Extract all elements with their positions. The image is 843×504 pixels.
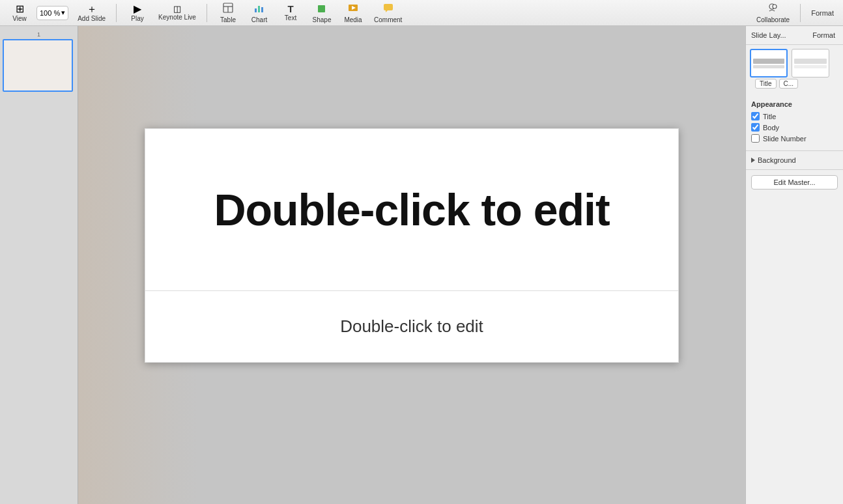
layout-title-badge: Title: [755, 79, 777, 89]
title-checkbox-label: Title: [763, 113, 776, 120]
zoom-value: 100 %: [40, 9, 60, 17]
shape-button[interactable]: Shape: [307, 2, 336, 24]
title-checkbox[interactable]: [751, 112, 760, 120]
layout-thumb-title[interactable]: [750, 49, 788, 77]
svg-rect-3: [255, 8, 257, 12]
appearance-section: Appearance Title Body Slide Number: [746, 95, 843, 151]
svg-rect-5: [261, 7, 263, 12]
slide-body-area[interactable]: Double-click to edit: [145, 291, 679, 363]
slide-number-checkbox-row: Slide Number: [751, 134, 838, 143]
shape-icon: [316, 2, 328, 16]
zoom-control[interactable]: 100 % ▾: [36, 6, 68, 20]
background-triangle-icon: [751, 158, 755, 163]
separator-2: [207, 4, 207, 22]
play-label: Play: [131, 15, 143, 22]
keynote-live-button[interactable]: ◫ Keynote Live: [154, 2, 200, 24]
edit-master-button[interactable]: Edit Master...: [751, 175, 838, 189]
text-button[interactable]: T Text: [276, 2, 305, 24]
shape-label: Shape: [313, 16, 332, 23]
zoom-chevron-icon: ▾: [61, 8, 65, 17]
slide-number-checkbox[interactable]: [751, 134, 760, 143]
appearance-title: Appearance: [751, 100, 838, 108]
play-button[interactable]: ▶ Play: [123, 2, 152, 24]
collaborate-icon: [767, 2, 779, 16]
media-icon: [347, 2, 359, 16]
body-checkbox-label: Body: [763, 124, 779, 132]
add-slide-icon: ＋: [87, 4, 97, 14]
media-label: Media: [344, 16, 362, 23]
media-button[interactable]: Media: [339, 2, 367, 24]
background-row[interactable]: Background: [751, 156, 838, 164]
separator-3: [800, 4, 801, 22]
view-icon: ⊞: [16, 4, 24, 14]
canvas-area: Double-click to edit Double-click to edi…: [78, 26, 745, 504]
view-label: View: [12, 15, 27, 22]
table-label: Table: [220, 16, 236, 23]
separator-1: [116, 4, 117, 22]
svg-rect-9: [384, 4, 393, 10]
table-icon: [222, 2, 234, 16]
slide-number-checkbox-label: Slide Number: [763, 135, 807, 143]
comment-button[interactable]: Comment: [370, 2, 406, 24]
chart-icon: [253, 2, 265, 16]
text-icon: T: [287, 4, 293, 14]
slide-title-area[interactable]: Double-click to edit: [145, 128, 679, 291]
add-slide-button[interactable]: ＋ Add Slide: [74, 2, 109, 24]
body-checkbox-row: Body: [751, 123, 838, 132]
right-panel: Slide Lay... Format: [745, 26, 843, 504]
view-button[interactable]: ⊞ View: [5, 2, 34, 24]
layout-name-row: Title C...: [750, 77, 839, 92]
main-layout: 1 Double-click to edit Double-click to e…: [0, 26, 843, 504]
slide-panel: 1: [0, 26, 78, 504]
add-slide-label: Add Slide: [78, 15, 106, 22]
chart-button[interactable]: Chart: [245, 2, 274, 24]
table-button[interactable]: Table: [214, 2, 242, 24]
slide-thumbnail-inner: [4, 40, 72, 91]
format-label: Format: [811, 9, 834, 17]
slide-thumbnail[interactable]: [3, 39, 73, 92]
layout-thumbnails-section: Title C...: [746, 45, 843, 95]
layout-options: [750, 49, 839, 77]
slide-title-text: Double-click to edit: [214, 184, 609, 235]
text-label: Text: [285, 14, 296, 21]
background-label: Background: [758, 156, 796, 164]
edit-master-section: Edit Master...: [746, 170, 843, 195]
keynote-live-icon: ◫: [173, 5, 181, 13]
body-checkbox[interactable]: [751, 123, 760, 132]
layout-center-badge: C...: [779, 79, 799, 89]
slide-layout-header-label: Slide Lay...: [751, 31, 810, 39]
slide-thumbnail-wrapper: 1: [3, 31, 75, 92]
format-button[interactable]: Format: [807, 2, 838, 24]
collaborate-label: Collaborate: [756, 16, 790, 23]
title-checkbox-row: Title: [751, 112, 838, 120]
comment-label: Comment: [374, 16, 402, 23]
svg-rect-6: [318, 5, 325, 12]
right-panel-header: Slide Lay... Format: [746, 26, 843, 45]
svg-point-12: [773, 5, 777, 8]
format-panel-button[interactable]: Format: [810, 30, 838, 40]
slide-canvas: Double-click to edit Double-click to edi…: [145, 128, 679, 363]
comment-icon: [382, 2, 394, 16]
svg-rect-4: [258, 6, 260, 12]
slide-body-text: Double-click to edit: [340, 316, 483, 337]
chart-label: Chart: [251, 16, 267, 23]
background-section[interactable]: Background: [746, 151, 843, 170]
toolbar: ⊞ View 100 % ▾ ＋ Add Slide ▶ Play ◫ Keyn…: [0, 0, 843, 26]
svg-marker-10: [386, 10, 388, 12]
play-icon: ▶: [134, 4, 141, 14]
keynote-live-label: Keynote Live: [158, 14, 196, 21]
layout-thumb-center[interactable]: [792, 49, 829, 77]
slide-number: 1: [3, 31, 75, 38]
collaborate-button[interactable]: Collaborate: [752, 2, 793, 24]
